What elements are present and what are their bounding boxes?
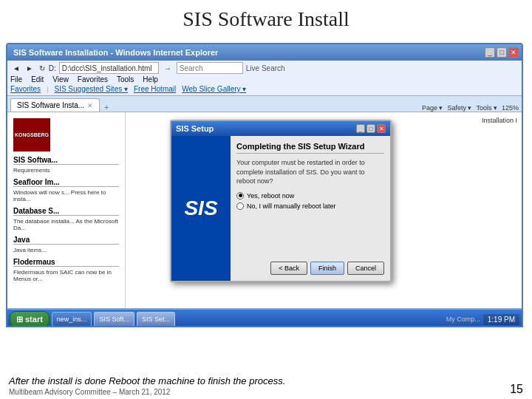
menu-tools[interactable]: Tools [117, 75, 134, 83]
footer-left: After the install is done Reboot the mac… [9, 375, 285, 396]
page-title: SIS Software Install [0, 0, 532, 37]
taskbar: ⊞ start new_ins... SIS Soft... SIS Set..… [7, 308, 522, 327]
web-sidebar: KONGSBERG SIS Softwa... Requirements Sea… [7, 112, 126, 327]
tab-bar: SIS Software Insta... ✕ + Page ▾ Safety … [7, 96, 522, 112]
dialog-heading: Completing the SIS Setup Wizard [236, 142, 384, 154]
footer-caption: After the install is done Reboot the mac… [9, 375, 285, 386]
dialog-close-button[interactable]: ✕ [377, 124, 386, 133]
menu-help[interactable]: Help [143, 75, 158, 83]
start-button[interactable]: ⊞ start [10, 311, 50, 327]
address-label: D: [49, 64, 56, 72]
favorites-bar: Favorites | SIS Suggested Sites ▾ Free H… [10, 85, 519, 93]
menu-favorites[interactable]: Favorites [78, 75, 108, 83]
finish-button[interactable]: Finish [310, 262, 344, 275]
sis-setup-dialog: SIS Setup _ □ ✕ SIS Completing the SIS S… [170, 120, 392, 282]
section4-title: Java [13, 236, 119, 245]
my-computer-label[interactable]: My Comp... [446, 316, 480, 323]
web-page: KONGSBERG SIS Softwa... Requirements Sea… [7, 112, 522, 327]
radio-no-circle[interactable] [236, 202, 244, 210]
dialog-buttons: < Back Finish Cancel [236, 262, 384, 275]
browser-window: SIS Software Installation - Windows Inte… [6, 43, 523, 327]
dialog-body-text: Your computer must be restarted in order… [236, 158, 384, 186]
back-button[interactable]: ◄ [10, 64, 22, 72]
kongsberg-logo: KONGSBERG [13, 118, 50, 151]
browser-tab[interactable]: SIS Software Insta... ✕ [10, 98, 100, 112]
browser-content: KONGSBERG SIS Softwa... Requirements Sea… [7, 112, 522, 327]
taskbar-clock: 1:19 PM [483, 314, 519, 325]
section1-title: SIS Softwa... [13, 156, 119, 165]
section2-title: Seafloor Im... [13, 178, 119, 187]
radio-yes[interactable]: Yes, reboot now [236, 192, 384, 200]
dialog-right-panel: Completing the SIS Setup Wizard Your com… [231, 136, 390, 281]
back-button[interactable]: < Back [270, 262, 307, 275]
dialog-controls: _ □ ✕ [356, 124, 386, 133]
section4-text: Java items... [13, 247, 119, 253]
menu-view[interactable]: View [52, 75, 69, 83]
dialog-minimize-button[interactable]: _ [356, 124, 365, 133]
footer: After the install is done Reboot the mac… [0, 372, 532, 399]
dialog-left-panel: SIS [171, 136, 231, 281]
fav-suggested[interactable]: SIS Suggested Sites ▾ [54, 85, 128, 93]
fav-gallery[interactable]: Web Slice Gallery ▾ [182, 85, 246, 93]
tab-close-icon[interactable]: ✕ [87, 102, 93, 109]
live-search-label: Live Search [246, 64, 285, 72]
tools-menu-button[interactable]: Tools ▾ [476, 104, 497, 112]
menu-edit[interactable]: Edit [31, 75, 44, 83]
browser-minimize-button[interactable]: _ [485, 47, 495, 58]
address-bar: D: → Live Search [49, 62, 285, 74]
menu-file[interactable]: File [10, 75, 22, 83]
search-input[interactable] [177, 62, 243, 74]
start-icon: ⊞ [16, 315, 23, 324]
taskbar-item-1[interactable]: SIS Soft... [94, 312, 134, 327]
zoom-label: 125% [502, 104, 519, 112]
fav-hotmail[interactable]: Free Hotmail [134, 85, 176, 93]
fav-separator: | [47, 86, 48, 93]
page-menu-button[interactable]: Page ▾ [422, 104, 443, 112]
radio-no[interactable]: No, I will manually reboot later [236, 202, 384, 210]
section3-text: The database installa... As the Microsof… [13, 218, 119, 231]
address-input[interactable] [59, 62, 159, 74]
browser-right-controls: Page ▾ Safety ▾ Tools ▾ 125% [422, 104, 519, 112]
footer-page-number: 15 [510, 383, 523, 396]
start-label: start [25, 315, 43, 324]
section5-text: Fledermaus from SAIC can now be in Menus… [13, 269, 119, 282]
dialog-titlebar: SIS Setup _ □ ✕ [171, 121, 390, 136]
refresh-button[interactable]: ↻ [37, 64, 47, 72]
radio-yes-label: Yes, reboot now [247, 192, 294, 200]
browser-title-text: SIS Software Installation - Windows Inte… [13, 48, 218, 57]
radio-yes-fill [239, 194, 242, 197]
browser-titlebar: SIS Software Installation - Windows Inte… [7, 44, 522, 61]
fav-favorites[interactable]: Favorites [10, 85, 41, 93]
section1-req: Requirements [13, 167, 119, 174]
tab-label: SIS Software Insta... [17, 101, 84, 109]
dialog-body: SIS Completing the SIS Setup Wizard Your… [171, 136, 390, 281]
taskbar-item-2[interactable]: SIS Set... [137, 312, 175, 327]
cancel-button[interactable]: Cancel [347, 262, 384, 275]
taskbar-item-0[interactable]: new_ins... [52, 312, 92, 327]
footer-committee: Multibeam Advisory Committee – March 21,… [9, 388, 285, 396]
section5-title: Flodermaus [13, 258, 119, 267]
dialog-title-text: SIS Setup [176, 124, 214, 133]
dialog-restore-button[interactable]: □ [366, 124, 375, 133]
section2-text: Windows will now s... Press here to inst… [13, 189, 119, 202]
browser-menu-bar: File Edit View Favorites Tools Help [10, 75, 519, 83]
radio-yes-circle[interactable] [236, 192, 244, 200]
safety-menu-button[interactable]: Safety ▾ [447, 104, 471, 112]
section3-title: Database S... [13, 207, 119, 216]
browser-nav-buttons: ◄ ► ↻ D: → Live Search [10, 62, 519, 74]
new-tab-button[interactable]: + [100, 103, 113, 112]
browser-close-button[interactable]: ✕ [508, 47, 519, 58]
sis-logo: SIS [184, 197, 217, 220]
radio-no-label: No, I will manually reboot later [247, 202, 336, 210]
browser-window-controls: _ □ ✕ [485, 47, 519, 58]
forward-button[interactable]: ► [24, 64, 35, 72]
browser-toolbar: ◄ ► ↻ D: → Live Search File Edit View Fa… [7, 61, 522, 96]
taskbar-right: My Comp... 1:19 PM [446, 314, 519, 325]
go-button[interactable]: → [162, 64, 174, 72]
browser-restore-button[interactable]: □ [497, 47, 507, 58]
web-main: Installation I SIS Setup _ □ ✕ SIS [126, 112, 522, 327]
